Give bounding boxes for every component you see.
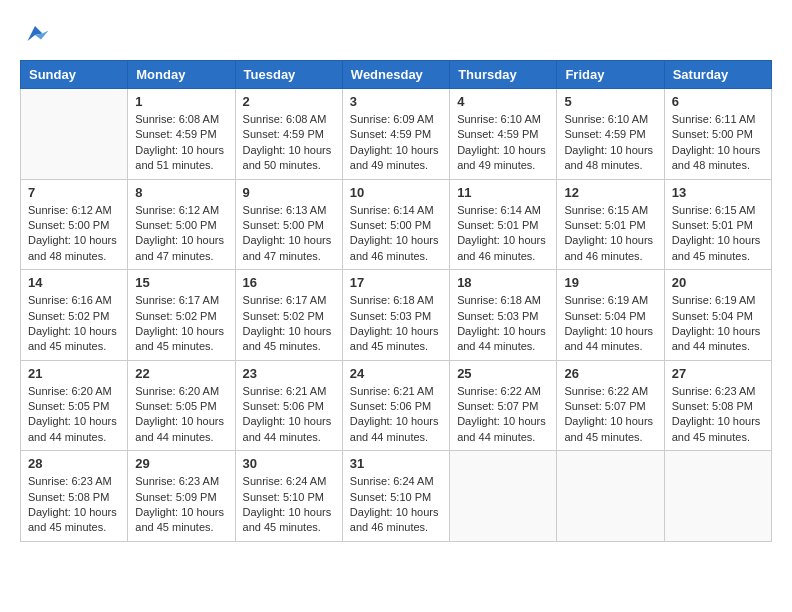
day-number: 3 <box>350 94 442 109</box>
day-number: 2 <box>243 94 335 109</box>
calendar-table: SundayMondayTuesdayWednesdayThursdayFrid… <box>20 60 772 542</box>
day-info: Sunrise: 6:17 AMSunset: 5:02 PMDaylight:… <box>243 293 335 355</box>
day-number: 9 <box>243 185 335 200</box>
day-info: Sunrise: 6:16 AMSunset: 5:02 PMDaylight:… <box>28 293 120 355</box>
day-info: Sunrise: 6:21 AMSunset: 5:06 PMDaylight:… <box>243 384 335 446</box>
day-info: Sunrise: 6:23 AMSunset: 5:08 PMDaylight:… <box>672 384 764 446</box>
day-info: Sunrise: 6:15 AMSunset: 5:01 PMDaylight:… <box>564 203 656 265</box>
calendar-week-row: 1Sunrise: 6:08 AMSunset: 4:59 PMDaylight… <box>21 89 772 180</box>
day-info: Sunrise: 6:19 AMSunset: 5:04 PMDaylight:… <box>672 293 764 355</box>
day-info: Sunrise: 6:18 AMSunset: 5:03 PMDaylight:… <box>350 293 442 355</box>
day-info: Sunrise: 6:24 AMSunset: 5:10 PMDaylight:… <box>243 474 335 536</box>
day-number: 29 <box>135 456 227 471</box>
day-info: Sunrise: 6:09 AMSunset: 4:59 PMDaylight:… <box>350 112 442 174</box>
calendar-cell: 31Sunrise: 6:24 AMSunset: 5:10 PMDayligh… <box>342 451 449 542</box>
day-info: Sunrise: 6:13 AMSunset: 5:00 PMDaylight:… <box>243 203 335 265</box>
day-info: Sunrise: 6:23 AMSunset: 5:08 PMDaylight:… <box>28 474 120 536</box>
day-number: 8 <box>135 185 227 200</box>
calendar-cell: 16Sunrise: 6:17 AMSunset: 5:02 PMDayligh… <box>235 270 342 361</box>
col-header-friday: Friday <box>557 61 664 89</box>
day-number: 17 <box>350 275 442 290</box>
calendar-cell: 4Sunrise: 6:10 AMSunset: 4:59 PMDaylight… <box>450 89 557 180</box>
day-number: 10 <box>350 185 442 200</box>
day-info: Sunrise: 6:22 AMSunset: 5:07 PMDaylight:… <box>564 384 656 446</box>
day-number: 1 <box>135 94 227 109</box>
calendar-cell: 28Sunrise: 6:23 AMSunset: 5:08 PMDayligh… <box>21 451 128 542</box>
day-number: 26 <box>564 366 656 381</box>
day-number: 16 <box>243 275 335 290</box>
calendar-cell <box>557 451 664 542</box>
day-info: Sunrise: 6:10 AMSunset: 4:59 PMDaylight:… <box>457 112 549 174</box>
day-info: Sunrise: 6:20 AMSunset: 5:05 PMDaylight:… <box>135 384 227 446</box>
logo-icon <box>20 20 50 50</box>
calendar-cell: 21Sunrise: 6:20 AMSunset: 5:05 PMDayligh… <box>21 360 128 451</box>
day-info: Sunrise: 6:08 AMSunset: 4:59 PMDaylight:… <box>243 112 335 174</box>
day-number: 14 <box>28 275 120 290</box>
day-number: 25 <box>457 366 549 381</box>
day-info: Sunrise: 6:10 AMSunset: 4:59 PMDaylight:… <box>564 112 656 174</box>
day-number: 21 <box>28 366 120 381</box>
day-number: 5 <box>564 94 656 109</box>
calendar-cell <box>450 451 557 542</box>
calendar-cell: 24Sunrise: 6:21 AMSunset: 5:06 PMDayligh… <box>342 360 449 451</box>
calendar-cell: 18Sunrise: 6:18 AMSunset: 5:03 PMDayligh… <box>450 270 557 361</box>
calendar-week-row: 14Sunrise: 6:16 AMSunset: 5:02 PMDayligh… <box>21 270 772 361</box>
col-header-thursday: Thursday <box>450 61 557 89</box>
day-info: Sunrise: 6:20 AMSunset: 5:05 PMDaylight:… <box>28 384 120 446</box>
day-number: 4 <box>457 94 549 109</box>
calendar-cell: 27Sunrise: 6:23 AMSunset: 5:08 PMDayligh… <box>664 360 771 451</box>
calendar-cell: 17Sunrise: 6:18 AMSunset: 5:03 PMDayligh… <box>342 270 449 361</box>
day-number: 20 <box>672 275 764 290</box>
calendar-cell: 30Sunrise: 6:24 AMSunset: 5:10 PMDayligh… <box>235 451 342 542</box>
calendar-week-row: 21Sunrise: 6:20 AMSunset: 5:05 PMDayligh… <box>21 360 772 451</box>
col-header-wednesday: Wednesday <box>342 61 449 89</box>
day-number: 28 <box>28 456 120 471</box>
page-header <box>20 20 772 50</box>
day-info: Sunrise: 6:15 AMSunset: 5:01 PMDaylight:… <box>672 203 764 265</box>
day-info: Sunrise: 6:18 AMSunset: 5:03 PMDaylight:… <box>457 293 549 355</box>
day-info: Sunrise: 6:14 AMSunset: 5:00 PMDaylight:… <box>350 203 442 265</box>
day-number: 24 <box>350 366 442 381</box>
day-info: Sunrise: 6:12 AMSunset: 5:00 PMDaylight:… <box>135 203 227 265</box>
day-number: 13 <box>672 185 764 200</box>
calendar-cell: 6Sunrise: 6:11 AMSunset: 5:00 PMDaylight… <box>664 89 771 180</box>
calendar-cell: 3Sunrise: 6:09 AMSunset: 4:59 PMDaylight… <box>342 89 449 180</box>
col-header-tuesday: Tuesday <box>235 61 342 89</box>
calendar-cell: 1Sunrise: 6:08 AMSunset: 4:59 PMDaylight… <box>128 89 235 180</box>
calendar-cell: 5Sunrise: 6:10 AMSunset: 4:59 PMDaylight… <box>557 89 664 180</box>
day-number: 27 <box>672 366 764 381</box>
calendar-cell: 26Sunrise: 6:22 AMSunset: 5:07 PMDayligh… <box>557 360 664 451</box>
day-number: 22 <box>135 366 227 381</box>
day-number: 15 <box>135 275 227 290</box>
day-number: 7 <box>28 185 120 200</box>
calendar-cell: 9Sunrise: 6:13 AMSunset: 5:00 PMDaylight… <box>235 179 342 270</box>
page-container: SundayMondayTuesdayWednesdayThursdayFrid… <box>20 20 772 542</box>
day-number: 30 <box>243 456 335 471</box>
calendar-cell: 19Sunrise: 6:19 AMSunset: 5:04 PMDayligh… <box>557 270 664 361</box>
day-info: Sunrise: 6:08 AMSunset: 4:59 PMDaylight:… <box>135 112 227 174</box>
col-header-sunday: Sunday <box>21 61 128 89</box>
calendar-cell: 15Sunrise: 6:17 AMSunset: 5:02 PMDayligh… <box>128 270 235 361</box>
day-info: Sunrise: 6:11 AMSunset: 5:00 PMDaylight:… <box>672 112 764 174</box>
day-info: Sunrise: 6:22 AMSunset: 5:07 PMDaylight:… <box>457 384 549 446</box>
day-info: Sunrise: 6:23 AMSunset: 5:09 PMDaylight:… <box>135 474 227 536</box>
calendar-cell: 7Sunrise: 6:12 AMSunset: 5:00 PMDaylight… <box>21 179 128 270</box>
day-number: 23 <box>243 366 335 381</box>
calendar-cell: 22Sunrise: 6:20 AMSunset: 5:05 PMDayligh… <box>128 360 235 451</box>
col-header-monday: Monday <box>128 61 235 89</box>
calendar-cell: 12Sunrise: 6:15 AMSunset: 5:01 PMDayligh… <box>557 179 664 270</box>
calendar-cell: 10Sunrise: 6:14 AMSunset: 5:00 PMDayligh… <box>342 179 449 270</box>
day-number: 18 <box>457 275 549 290</box>
day-number: 19 <box>564 275 656 290</box>
calendar-cell: 13Sunrise: 6:15 AMSunset: 5:01 PMDayligh… <box>664 179 771 270</box>
col-header-saturday: Saturday <box>664 61 771 89</box>
calendar-week-row: 7Sunrise: 6:12 AMSunset: 5:00 PMDaylight… <box>21 179 772 270</box>
day-number: 6 <box>672 94 764 109</box>
day-info: Sunrise: 6:17 AMSunset: 5:02 PMDaylight:… <box>135 293 227 355</box>
day-info: Sunrise: 6:19 AMSunset: 5:04 PMDaylight:… <box>564 293 656 355</box>
day-number: 12 <box>564 185 656 200</box>
calendar-cell: 23Sunrise: 6:21 AMSunset: 5:06 PMDayligh… <box>235 360 342 451</box>
calendar-cell: 11Sunrise: 6:14 AMSunset: 5:01 PMDayligh… <box>450 179 557 270</box>
calendar-cell: 8Sunrise: 6:12 AMSunset: 5:00 PMDaylight… <box>128 179 235 270</box>
calendar-header-row: SundayMondayTuesdayWednesdayThursdayFrid… <box>21 61 772 89</box>
